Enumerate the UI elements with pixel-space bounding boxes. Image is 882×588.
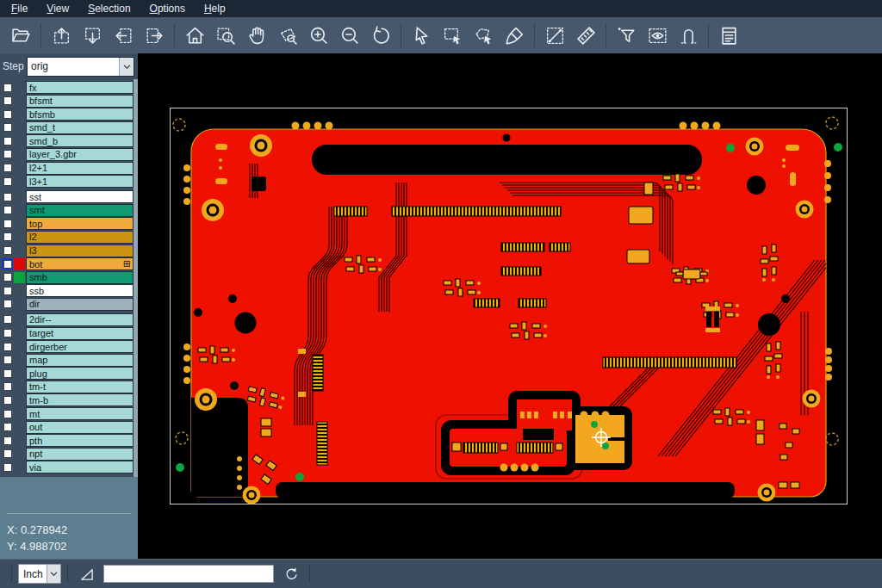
layer-visibility-checkbox[interactable] bbox=[2, 435, 13, 446]
layer-name-field[interactable]: bfsmt ⊞ bbox=[26, 95, 134, 108]
layer-name-field[interactable]: ssb ⊞ bbox=[26, 284, 134, 297]
layer-color-swatch[interactable] bbox=[14, 232, 25, 243]
layer-color-swatch[interactable] bbox=[14, 96, 25, 107]
layer-visibility-checkbox[interactable] bbox=[2, 258, 13, 269]
corner-angle-button[interactable] bbox=[76, 564, 96, 585]
layer-color-swatch[interactable] bbox=[14, 285, 25, 296]
layer-visibility-checkbox[interactable] bbox=[2, 122, 13, 133]
layer-color-swatch[interactable] bbox=[14, 422, 25, 433]
layer-name-field[interactable]: l3 ⊞ bbox=[26, 244, 134, 257]
pcb-canvas[interactable] bbox=[138, 53, 882, 559]
zoom-in-button[interactable] bbox=[303, 20, 334, 51]
layer-visibility-checkbox[interactable] bbox=[2, 272, 13, 283]
chevron-down-icon[interactable] bbox=[119, 58, 134, 76]
layer-color-swatch[interactable] bbox=[14, 461, 25, 473]
refresh-button[interactable] bbox=[281, 564, 301, 585]
layer-color-swatch[interactable] bbox=[14, 381, 25, 393]
select-rectangle-button[interactable] bbox=[437, 20, 468, 51]
layer-name-field[interactable]: npt ⊞ bbox=[26, 448, 134, 461]
layer-color-swatch[interactable] bbox=[14, 108, 25, 120]
layer-visibility-checkbox[interactable] bbox=[2, 381, 13, 393]
layer-visibility-checkbox[interactable] bbox=[2, 82, 13, 93]
layer-color-swatch[interactable] bbox=[14, 368, 25, 379]
pan-hand-button[interactable] bbox=[241, 20, 272, 51]
layer-visibility-checkbox[interactable] bbox=[2, 461, 13, 473]
layer-visibility-checkbox[interactable] bbox=[2, 422, 13, 433]
layer-name-field[interactable]: bfsmb ⊞ bbox=[26, 108, 134, 121]
select-pointer-button[interactable] bbox=[406, 20, 437, 51]
layer-visibility-checkbox[interactable] bbox=[2, 285, 13, 296]
menu-item[interactable]: Help bbox=[195, 0, 235, 17]
home-view-button[interactable] bbox=[179, 20, 210, 51]
menu-item[interactable]: View bbox=[37, 0, 78, 17]
view-box-eye-button[interactable] bbox=[642, 20, 673, 51]
layer-name-field[interactable]: smd_b ⊞ bbox=[26, 134, 134, 147]
pan-right-button[interactable] bbox=[139, 20, 170, 51]
layer-name-field[interactable]: l2+1 ⊞ bbox=[26, 162, 134, 175]
layer-color-swatch[interactable] bbox=[14, 149, 25, 160]
menu-item[interactable]: File bbox=[2, 0, 37, 17]
layer-color-swatch[interactable] bbox=[14, 408, 25, 419]
open-folder-button[interactable] bbox=[5, 20, 36, 51]
select-polygon-button[interactable] bbox=[468, 20, 499, 51]
snap-magnet-button[interactable] bbox=[673, 20, 704, 51]
layer-visibility-checkbox[interactable] bbox=[2, 108, 13, 120]
layer-name-field[interactable]: tm-b ⊞ bbox=[26, 393, 134, 406]
layer-visibility-checkbox[interactable] bbox=[2, 176, 13, 187]
layer-name-field[interactable]: out ⊞ bbox=[26, 421, 134, 434]
layer-color-swatch[interactable] bbox=[14, 299, 25, 310]
measure-distance-button[interactable] bbox=[539, 20, 570, 51]
layer-visibility-checkbox[interactable] bbox=[2, 341, 13, 352]
layer-name-field[interactable]: plug ⊞ bbox=[26, 367, 134, 380]
layer-name-field[interactable]: via ⊞ bbox=[26, 461, 134, 473]
layer-visibility-checkbox[interactable] bbox=[2, 299, 13, 310]
pan-up-button[interactable] bbox=[46, 20, 77, 51]
layer-name-field[interactable]: top ⊞ bbox=[26, 217, 134, 230]
layer-visibility-checkbox[interactable] bbox=[2, 205, 13, 216]
layer-color-swatch[interactable] bbox=[14, 258, 25, 269]
layer-visibility-checkbox[interactable] bbox=[2, 96, 13, 107]
layer-name-field[interactable]: fx ⊞ bbox=[26, 81, 134, 94]
layer-name-field[interactable]: smd_t ⊞ bbox=[26, 121, 134, 134]
layer-color-swatch[interactable] bbox=[14, 272, 25, 283]
layer-name-field[interactable]: map ⊞ bbox=[26, 354, 134, 367]
layer-name-field[interactable]: dirgerber ⊞ bbox=[26, 340, 134, 353]
layer-color-swatch[interactable] bbox=[14, 341, 25, 352]
layer-visibility-checkbox[interactable] bbox=[2, 163, 13, 174]
menu-item[interactable]: Options bbox=[140, 0, 195, 17]
layer-visibility-checkbox[interactable] bbox=[2, 394, 13, 405]
layer-name-field[interactable]: l2 ⊞ bbox=[26, 231, 134, 244]
zoom-previous-button[interactable] bbox=[365, 20, 396, 51]
zoom-window-button[interactable] bbox=[210, 20, 241, 51]
pan-left-button[interactable] bbox=[108, 20, 139, 51]
layer-visibility-checkbox[interactable] bbox=[2, 135, 13, 146]
layer-name-field[interactable]: 2dir-- ⊞ bbox=[26, 313, 134, 326]
pan-down-button[interactable] bbox=[77, 20, 108, 51]
layer-visibility-checkbox[interactable] bbox=[2, 245, 13, 257]
layer-visibility-checkbox[interactable] bbox=[2, 355, 13, 366]
layer-color-swatch[interactable] bbox=[14, 328, 25, 339]
layer-color-swatch[interactable] bbox=[14, 82, 25, 93]
step-select[interactable]: orig bbox=[27, 57, 134, 77]
layer-color-swatch[interactable] bbox=[14, 122, 25, 133]
layer-color-swatch[interactable] bbox=[14, 205, 25, 216]
layer-name-field[interactable]: dir ⊞ bbox=[26, 298, 134, 311]
layer-name-field[interactable]: smb ⊞ bbox=[26, 271, 134, 284]
layer-visibility-checkbox[interactable] bbox=[2, 314, 13, 325]
layer-color-swatch[interactable] bbox=[14, 218, 25, 229]
chevron-down-icon[interactable] bbox=[47, 565, 60, 583]
layer-name-field[interactable]: smt ⊞ bbox=[26, 204, 134, 217]
layer-visibility-checkbox[interactable] bbox=[2, 368, 13, 379]
layer-name-field[interactable]: layer_3.gbr ⊞ bbox=[26, 148, 134, 161]
layer-color-swatch[interactable] bbox=[14, 355, 25, 366]
layer-name-field[interactable]: mt ⊞ bbox=[26, 407, 134, 420]
unit-select[interactable]: Inch bbox=[18, 564, 61, 584]
command-input[interactable] bbox=[103, 565, 274, 583]
report-button[interactable] bbox=[713, 20, 744, 51]
layer-visibility-checkbox[interactable] bbox=[2, 232, 13, 243]
ruler-button[interactable] bbox=[570, 20, 601, 51]
layer-name-field[interactable]: sst ⊞ bbox=[26, 190, 134, 203]
layer-color-swatch[interactable] bbox=[14, 394, 25, 405]
layer-name-field[interactable]: bot ⊞ bbox=[26, 257, 134, 270]
layer-visibility-checkbox[interactable] bbox=[2, 328, 13, 339]
